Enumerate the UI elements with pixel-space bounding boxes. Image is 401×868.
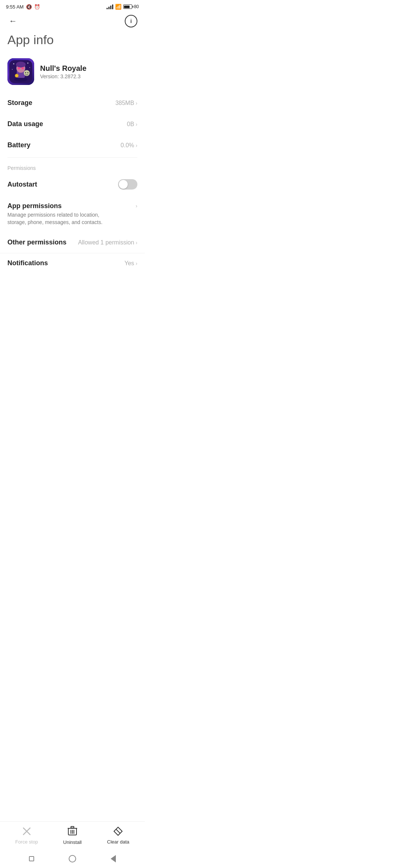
svg-point-10 — [22, 67, 24, 69]
app-name: Null's Royale — [40, 64, 87, 73]
top-nav: ← i — [0, 12, 145, 29]
app-permissions-text: App permissions Manage permissions relat… — [7, 202, 111, 226]
notifications-value-group: Yes › — [124, 260, 137, 267]
storage-value-group: 385MB › — [115, 100, 137, 106]
storage-chevron: › — [136, 100, 137, 106]
notifications-chevron: › — [136, 260, 137, 266]
other-permissions-chevron: › — [136, 240, 137, 246]
svg-point-9 — [18, 67, 20, 69]
app-permissions-label: App permissions — [7, 202, 111, 210]
autostart-toggle-thumb — [119, 180, 128, 189]
app-permissions-inner: App permissions Manage permissions relat… — [7, 202, 137, 226]
permissions-section-label: Permissions — [0, 159, 145, 172]
app-permissions-row[interactable]: App permissions Manage permissions relat… — [0, 196, 145, 232]
notifications-row[interactable]: Notifications Yes › — [0, 253, 145, 269]
data-usage-row[interactable]: Data usage 0B › — [0, 114, 145, 135]
battery-row[interactable]: Battery 0.0% › — [0, 135, 145, 156]
status-right: 📶 80 — [107, 4, 139, 10]
other-permissions-label: Other permissions — [7, 239, 66, 246]
data-usage-value: 0B — [127, 121, 134, 128]
notifications-label: Notifications — [7, 259, 48, 267]
alarm-icon: ⏰ — [34, 4, 40, 10]
wifi-icon: 📶 — [115, 4, 121, 10]
svg-point-3 — [29, 67, 30, 68]
page-title: App info — [0, 29, 145, 55]
autostart-row[interactable]: Autostart — [0, 172, 145, 196]
battery-value: 0.0% — [121, 142, 134, 149]
other-permissions-value: Allowed 1 permission — [78, 239, 134, 246]
storage-row[interactable]: Storage 385MB › — [0, 92, 145, 114]
info-button[interactable]: i — [125, 15, 137, 27]
svg-point-13 — [27, 72, 29, 73]
status-time: 9:55 AM — [6, 4, 24, 10]
app-permissions-chevron: › — [136, 203, 137, 209]
back-button[interactable]: ← — [7, 15, 19, 27]
other-permissions-value-group: Allowed 1 permission › — [78, 239, 137, 246]
notifications-value: Yes — [124, 260, 134, 267]
svg-point-12 — [25, 72, 26, 73]
status-left: 9:55 AM 🔇 ⏰ — [6, 4, 40, 10]
app-info: Null's Royale Version: 3.2872.3 — [40, 64, 87, 79]
autostart-label: Autostart — [7, 181, 37, 188]
app-icon — [7, 58, 34, 85]
battery-value-group: 0.0% › — [121, 142, 137, 149]
data-usage-chevron: › — [136, 121, 137, 127]
mute-icon: 🔇 — [26, 4, 32, 10]
battery-level: 80 — [134, 4, 139, 9]
data-usage-label: Data usage — [7, 120, 43, 128]
permissions-section: Permissions Autostart App permissions Ma… — [0, 159, 145, 269]
battery-chevron: › — [136, 142, 137, 148]
svg-point-1 — [13, 63, 14, 65]
svg-point-2 — [27, 63, 29, 64]
divider — [7, 157, 137, 158]
status-bar: 9:55 AM 🔇 ⏰ 📶 80 — [0, 0, 145, 12]
svg-point-11 — [24, 70, 30, 76]
app-header: Null's Royale Version: 3.2872.3 — [0, 55, 145, 92]
other-permissions-row[interactable]: Other permissions Allowed 1 permission › — [0, 232, 145, 253]
svg-point-15 — [16, 75, 18, 77]
storage-label: Storage — [7, 99, 32, 107]
svg-point-4 — [12, 69, 13, 70]
battery-icon — [123, 4, 132, 9]
app-permissions-desc: Manage permissions related to location, … — [7, 211, 111, 226]
battery-label: Battery — [7, 141, 30, 149]
app-version: Version: 3.2872.3 — [40, 73, 87, 79]
autostart-toggle[interactable] — [118, 179, 137, 190]
data-usage-value-group: 0B › — [127, 121, 137, 128]
storage-value: 385MB — [115, 100, 134, 106]
signal-icon — [107, 4, 113, 9]
